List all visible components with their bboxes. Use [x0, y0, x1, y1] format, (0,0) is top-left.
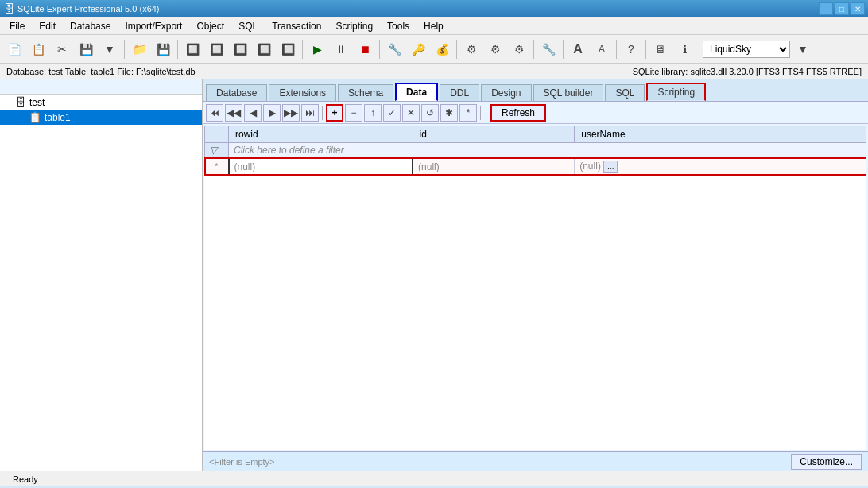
filter-text[interactable]: Click here to define a filter [229, 143, 866, 159]
table-row[interactable]: * (null) (null) (null) … [205, 158, 866, 175]
toolbar-btn-4[interactable]: 💾 [75, 38, 97, 60]
toolbar-btn-14[interactable]: 🔑 [407, 38, 429, 60]
title-bar-controls: — □ ✕ [819, 2, 865, 15]
cell-username[interactable]: (null) … [575, 158, 866, 175]
toolbar-btn-5[interactable]: ▼ [99, 38, 121, 60]
toolbar-btn-20[interactable]: 🖥 [649, 38, 672, 60]
nav-next-page[interactable]: ▶▶ [282, 104, 300, 122]
toolbar-btn-8[interactable]: 🔲 [181, 38, 203, 60]
tab-design[interactable]: Design [481, 84, 531, 101]
toolbar-btn-1[interactable]: 📄 [3, 38, 25, 60]
menu-edit[interactable]: Edit [33, 19, 62, 33]
toolbar-btn-7[interactable]: 💾 [152, 38, 174, 60]
refresh-button[interactable]: Refresh [490, 104, 546, 122]
nav-prev[interactable]: ◀ [244, 104, 262, 122]
col-rowid[interactable]: rowid [229, 126, 413, 143]
customize-button[interactable]: Customize... [791, 454, 862, 470]
tab-extensions[interactable]: Extensions [269, 84, 336, 101]
toolbar-sep-5 [456, 40, 457, 59]
toolbar-sep-3 [302, 40, 303, 59]
asterisk-btn-2[interactable]: * [459, 104, 477, 122]
menu-transaction[interactable]: Transaction [265, 19, 327, 33]
sidebar-item-test[interactable]: 🗄 test [0, 95, 202, 110]
add-row-button[interactable]: + [326, 104, 343, 122]
content-area: Database Extensions Schema Data DDL Desi… [203, 79, 868, 471]
toolbar-font-small[interactable]: A [591, 38, 613, 60]
toolbar-sep-2 [177, 40, 178, 59]
undo-button[interactable]: ↺ [421, 104, 439, 122]
tab-data[interactable]: Data [395, 83, 438, 101]
toolbar-btn-9[interactable]: 🔲 [205, 38, 227, 60]
toolbar-btn-19[interactable]: 🔧 [537, 38, 560, 60]
nav-prev-page[interactable]: ◀◀ [225, 104, 242, 122]
menu-sql[interactable]: SQL [232, 19, 264, 33]
nav-last[interactable]: ⏭ [301, 104, 319, 122]
menu-object[interactable]: Object [190, 19, 231, 33]
toolbar-play[interactable]: ▶ [306, 38, 328, 60]
toolbar-btn-17[interactable]: ⚙ [484, 38, 506, 60]
tab-schema[interactable]: Schema [338, 84, 393, 101]
toolbar-btn-18[interactable]: ⚙ [508, 38, 530, 60]
profile-select[interactable]: LiquidSky [703, 41, 790, 58]
minimize-button[interactable]: — [819, 2, 833, 15]
menu-importexport[interactable]: Import/Export [118, 19, 188, 33]
toolbar-btn-2[interactable]: 📋 [27, 38, 49, 60]
col-username[interactable]: userName [575, 126, 866, 143]
toolbar-btn-15[interactable]: 💰 [431, 38, 453, 60]
cell-id[interactable]: (null) [413, 158, 575, 175]
table-header-row: rowid id userName [205, 126, 866, 143]
toolbar-btn-10[interactable]: 🔲 [229, 38, 251, 60]
toolbar-btn-6[interactable]: 📁 [128, 38, 150, 60]
nav-first[interactable]: ⏮ [206, 104, 223, 122]
toolbar-btn-12[interactable]: 🔲 [277, 38, 299, 60]
asterisk-btn-1[interactable]: ✱ [440, 104, 458, 122]
nav-next[interactable]: ▶ [263, 104, 281, 122]
filter-row[interactable]: ▽ Click here to define a filter [205, 143, 866, 159]
blob-button[interactable]: … [603, 161, 618, 173]
toolbar-sep-8 [616, 40, 617, 59]
sidebar-table1-label: table1 [45, 112, 71, 123]
toolbar-pause[interactable]: ⏸ [330, 38, 352, 60]
tab-bar: Database Extensions Schema Data DDL Desi… [203, 79, 868, 102]
menu-tools[interactable]: Tools [381, 19, 416, 33]
close-button[interactable]: ✕ [851, 2, 865, 15]
sidebar-collapse[interactable]: — [0, 79, 202, 95]
toolbar-help[interactable]: ? [620, 38, 642, 60]
maximize-button[interactable]: □ [835, 2, 849, 15]
sidebar: — 🗄 test 📋 table1 [0, 79, 203, 471]
toolbar-btn-21[interactable]: ℹ [673, 38, 696, 60]
confirm-button[interactable]: ✓ [383, 104, 401, 122]
sidebar-item-table1[interactable]: 📋 table1 [0, 110, 202, 125]
toolbar-btn-3[interactable]: ✂ [51, 38, 73, 60]
info-bar: Database: test Table: table1 File: F:\sq… [0, 64, 868, 79]
menu-bar: File Edit Database Import/Export Object … [0, 17, 868, 35]
tab-ddl[interactable]: DDL [440, 84, 479, 101]
cell-rowid[interactable]: (null) [229, 158, 413, 175]
cancel-edit-button[interactable]: ✕ [402, 104, 420, 122]
status-bar: Ready [0, 471, 868, 486]
title-bar-title: SQLite Expert Professional 5.0 (x64) [17, 4, 160, 14]
toolbar-sep-1 [124, 40, 125, 59]
delete-row-button[interactable]: − [345, 104, 362, 122]
move-up-button[interactable]: ↑ [364, 104, 382, 122]
menu-help[interactable]: Help [417, 19, 450, 33]
profile-dropdown-btn[interactable]: ▼ [792, 38, 814, 60]
toolbar-btn-16[interactable]: ⚙ [460, 38, 482, 60]
tab-database[interactable]: Database [206, 84, 267, 101]
menu-database[interactable]: Database [64, 19, 117, 33]
toolbar-sep-7 [563, 40, 564, 59]
tab-sql-builder[interactable]: SQL builder [533, 84, 604, 101]
tab-scripting[interactable]: Scripting [646, 83, 706, 101]
tab-sql[interactable]: SQL [605, 84, 645, 101]
data-table-wrapper: rowid id userName ▽ Click here to define… [204, 126, 866, 450]
toolbar-font-large[interactable]: A [567, 38, 589, 60]
data-sep-2 [480, 106, 481, 120]
toolbar-btn-13[interactable]: 🔧 [383, 38, 405, 60]
col-id[interactable]: id [413, 126, 575, 143]
menu-file[interactable]: File [3, 19, 31, 33]
toolbar-btn-11[interactable]: 🔲 [253, 38, 275, 60]
toolbar-sep-9 [645, 40, 646, 59]
menu-scripting[interactable]: Scripting [329, 19, 379, 33]
toolbar-stop[interactable]: ⏹ [354, 38, 376, 60]
filter-bar: <Filter is Empty> Customize... [203, 451, 868, 471]
